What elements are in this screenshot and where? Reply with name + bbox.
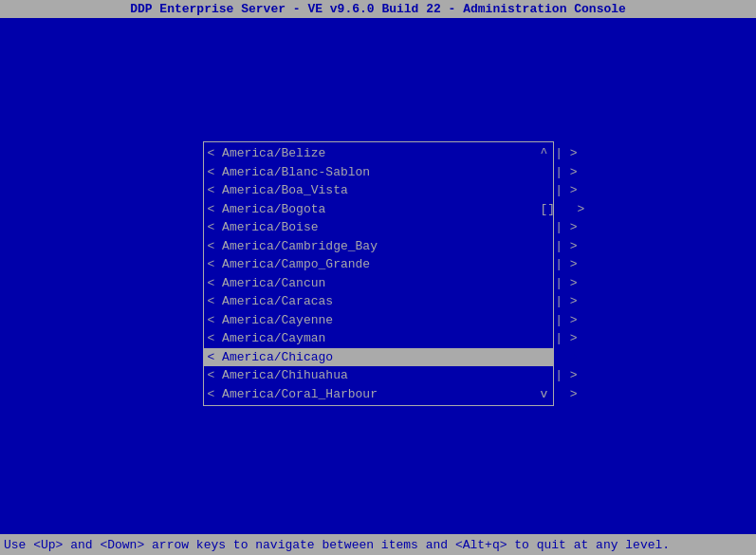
main-area: < America/Belize ^ | >< America/Blanc-Sa…	[0, 18, 756, 529]
list-item[interactable]: < America/Cayman | >	[204, 329, 553, 348]
title-text: DDP Enterprise Server - VE v9.6.0 Build …	[130, 2, 626, 16]
list-item[interactable]: < America/Chihuahua | >	[204, 366, 553, 385]
list-item[interactable]: < America/Chicago | >	[204, 348, 553, 367]
item-name: America/Blanc-Sablon	[222, 163, 370, 182]
item-name: America/Cayman	[222, 329, 325, 348]
item-left: <	[208, 366, 223, 385]
list-item[interactable]: < America/Blanc-Sablon | >	[204, 163, 553, 182]
item-left: <	[208, 292, 223, 311]
item-name: America/Coral_Harbour	[222, 385, 378, 404]
item-scroll: | >	[370, 255, 577, 274]
item-left: <	[208, 144, 223, 163]
status-text: Use <Up> and <Down> arrow keys to naviga…	[4, 538, 670, 552]
item-name: America/Boise	[222, 218, 318, 237]
item-scroll: | >	[333, 311, 577, 330]
list-container[interactable]: < America/Belize ^ | >< America/Blanc-Sa…	[203, 141, 554, 406]
list-item[interactable]: < America/Boise | >	[204, 218, 553, 237]
list-item[interactable]: < America/Coral_Harbour v >	[204, 385, 553, 404]
item-name: America/Cambridge_Bay	[222, 237, 378, 256]
list-item[interactable]: < America/Boa_Vista | >	[204, 181, 553, 200]
item-left: <	[208, 255, 223, 274]
status-bar: Use <Up> and <Down> arrow keys to naviga…	[0, 534, 756, 555]
list-item[interactable]: < America/Caracas | >	[204, 292, 553, 311]
item-left: <	[208, 200, 223, 219]
item-name: America/Cancun	[222, 274, 325, 293]
item-name: America/Caracas	[222, 292, 333, 311]
item-name: America/Boa_Vista	[222, 181, 348, 200]
list-item[interactable]: < America/Campo_Grande | >	[204, 255, 553, 274]
item-left: <	[208, 274, 223, 293]
item-left: <	[208, 237, 223, 256]
list-item[interactable]: < America/Cambridge_Bay | >	[204, 237, 553, 256]
item-left: <	[208, 385, 223, 404]
item-scroll: | >	[348, 366, 578, 385]
item-scroll: | >	[378, 237, 578, 256]
item-scroll: ^ | >	[325, 144, 577, 163]
item-left: <	[208, 329, 223, 348]
title-bar: DDP Enterprise Server - VE v9.6.0 Build …	[0, 0, 756, 18]
item-left: <	[208, 218, 223, 237]
item-scroll: [] >	[325, 200, 584, 219]
item-scroll: | >	[319, 218, 578, 237]
item-name: America/Chihuahua	[222, 366, 348, 385]
item-name: America/Cayenne	[222, 311, 333, 330]
item-scroll: | >	[333, 348, 577, 367]
item-left: <	[208, 348, 223, 367]
item-name: America/Bogota	[222, 200, 325, 219]
list-item[interactable]: < America/Belize ^ | >	[204, 144, 553, 163]
item-scroll: | >	[348, 181, 578, 200]
item-scroll: v >	[378, 385, 578, 404]
item-left: <	[208, 181, 223, 200]
item-scroll: | >	[325, 274, 577, 293]
item-scroll: | >	[325, 329, 577, 348]
item-scroll: | >	[370, 163, 577, 182]
item-left: <	[208, 163, 223, 182]
item-name: America/Campo_Grande	[222, 255, 370, 274]
item-name: America/Belize	[222, 144, 325, 163]
item-scroll: | >	[333, 292, 577, 311]
item-name: America/Chicago	[222, 348, 333, 367]
list-item[interactable]: < America/Cayenne | >	[204, 311, 553, 330]
list-item[interactable]: < America/Cancun | >	[204, 274, 553, 293]
list-item[interactable]: < America/Bogota [] >	[204, 200, 553, 219]
item-left: <	[208, 311, 223, 330]
